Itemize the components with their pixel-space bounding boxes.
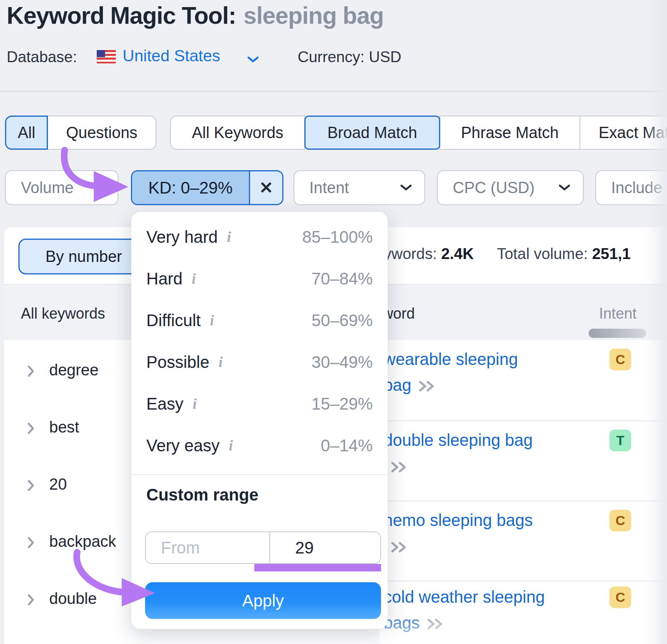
kd-filter-chip[interactable]: KD: 0–29% ✕ — [131, 170, 283, 205]
sidebar-header[interactable]: All keywords — [21, 305, 105, 322]
info-icon[interactable]: i — [192, 270, 196, 287]
volume-filter[interactable]: Volume — [5, 170, 118, 205]
database-label: Database: — [7, 48, 77, 66]
row-divider — [384, 581, 667, 581]
keyword-link[interactable]: wearable sleeping bag — [384, 346, 550, 398]
header-divider — [0, 91, 667, 92]
tab-exact-match[interactable]: Exact Match — [579, 116, 667, 150]
keyword-link[interactable]: cold weather sleeping bags — [384, 584, 550, 636]
custom-range-label: Custom range — [146, 486, 258, 504]
kd-filter-value[interactable]: KD: 0–29% — [132, 171, 250, 204]
chevron-down-icon — [93, 184, 105, 191]
double-chevron-icon[interactable] — [426, 618, 445, 630]
kd-option-possible[interactable]: Possible i 30–49% — [131, 341, 388, 383]
tab-phrase-match[interactable]: Phrase Match — [439, 116, 580, 150]
info-icon[interactable]: i — [210, 312, 214, 329]
sidebar-item[interactable]: double — [49, 590, 97, 608]
keywords-count-value: 2.4K — [441, 245, 474, 262]
total-volume: Total volume: 251,1 — [497, 245, 631, 263]
sidebar-item[interactable]: backpack — [49, 533, 116, 551]
tab-all-keywords[interactable]: All Keywords — [170, 116, 305, 150]
sidebar-item[interactable]: best — [49, 418, 79, 436]
expand-chevron-icon[interactable] — [27, 365, 35, 377]
annotation-underline — [254, 564, 381, 571]
kd-dropdown-panel: Very hard i 85–100% Hard i 70–84% Diffic… — [131, 212, 388, 629]
kd-to-input[interactable] — [269, 532, 510, 563]
sidebar-item[interactable]: degree — [49, 361, 98, 379]
tab-broad-match[interactable]: Broad Match — [304, 116, 440, 150]
info-icon[interactable]: i — [193, 395, 197, 413]
info-icon[interactable]: i — [227, 228, 231, 246]
database-selector[interactable]: United States — [123, 47, 220, 65]
sidebar-item[interactable]: 20 — [49, 475, 67, 493]
row-divider — [384, 501, 667, 501]
kd-option-very-hard[interactable]: Very hard i 85–100% — [131, 216, 388, 258]
kd-from-input[interactable] — [146, 532, 269, 563]
chevron-down-icon[interactable] — [247, 56, 259, 63]
row-divider — [384, 420, 667, 421]
us-flag-icon — [97, 50, 116, 63]
intent-badge: C — [609, 586, 631, 608]
page-title: Keyword Magic Tool:sleeping bag — [7, 2, 384, 29]
tab-all[interactable]: All — [5, 116, 48, 150]
kd-option-hard[interactable]: Hard i 70–84% — [131, 258, 388, 299]
intent-filter[interactable]: Intent — [293, 170, 425, 205]
kd-option-difficult[interactable]: Difficult i 50–69% — [131, 299, 388, 341]
page-title-main: Keyword Magic Tool: — [7, 2, 236, 29]
close-icon: ✕ — [259, 178, 273, 197]
chevron-down-icon — [400, 184, 412, 191]
kd-option-very-easy[interactable]: Very easy i 0–14% — [131, 425, 388, 466]
total-volume-value: 251,1 — [592, 245, 631, 262]
horizontal-scrollbar[interactable] — [589, 329, 646, 338]
intent-badge: C — [609, 349, 631, 370]
cpc-filter[interactable]: CPC (USD) — [437, 170, 584, 205]
expand-chevron-icon[interactable] — [27, 536, 35, 549]
double-chevron-icon[interactable] — [417, 380, 436, 392]
double-chevron-icon[interactable] — [389, 461, 409, 473]
include-filter[interactable]: Include — [595, 170, 667, 205]
expand-chevron-icon[interactable] — [27, 594, 35, 606]
expand-chevron-icon[interactable] — [27, 422, 35, 435]
expand-chevron-icon[interactable] — [27, 479, 35, 492]
intent-column-header[interactable]: Intent — [599, 305, 637, 322]
keyword-magic-tool-page: Keyword Magic Tool:sleeping bag Database… — [0, 0, 667, 644]
keyword-link[interactable]: double sleeping bag — [384, 427, 550, 479]
info-icon[interactable]: i — [229, 437, 233, 454]
currency-label: Currency: USD — [298, 48, 401, 66]
kd-option-easy[interactable]: Easy i 15–29% — [131, 383, 388, 425]
chevron-down-icon — [559, 184, 570, 191]
page-title-query: sleeping bag — [243, 2, 384, 29]
panel-divider — [131, 474, 388, 475]
intent-badge: C — [609, 510, 631, 531]
tab-questions[interactable]: Questions — [47, 116, 156, 150]
apply-button[interactable]: Apply — [145, 582, 381, 619]
intent-badge: T — [609, 430, 631, 451]
custom-range-inputs — [145, 531, 381, 564]
info-icon[interactable]: i — [218, 353, 223, 371]
kd-filter-clear-button[interactable]: ✕ — [250, 171, 282, 204]
